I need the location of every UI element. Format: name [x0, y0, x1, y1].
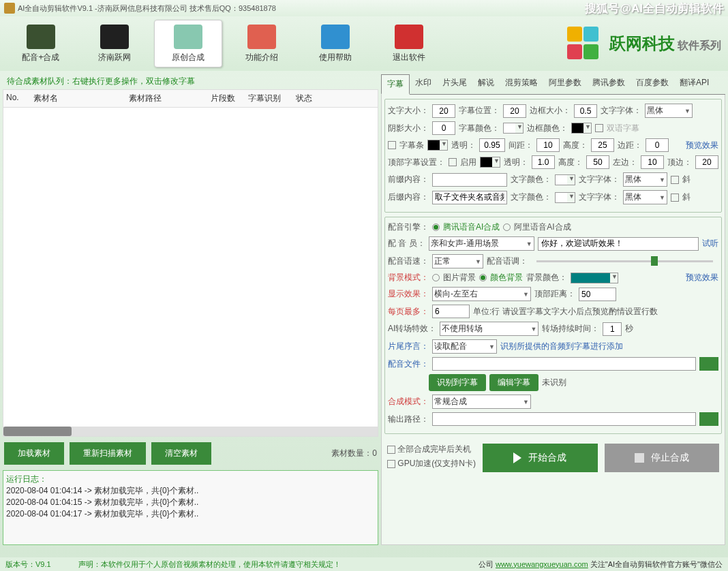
display-select[interactable]: 横向-左至右▼ [432, 287, 531, 301]
bg-color-radio[interactable] [479, 274, 487, 281]
margin-input[interactable] [646, 138, 669, 152]
mode-select[interactable]: 常规合成▼ [432, 395, 531, 409]
prefix-font-select[interactable]: 黑体▼ [623, 172, 667, 187]
recognize-subtitle-button[interactable]: 识别到字幕 [429, 374, 486, 391]
prefix-italic-checkbox[interactable] [671, 176, 679, 184]
load-material-button[interactable]: 加载素材 [4, 442, 64, 465]
bg-image-radio[interactable] [432, 274, 440, 281]
brand-text: 跃网科技软件系列 [609, 33, 721, 55]
tab-片头尾[interactable]: 片头尾 [437, 74, 472, 94]
voice-text-input[interactable] [538, 237, 699, 251]
edit-subtitle-button[interactable]: 编辑字幕 [489, 374, 539, 391]
col-status: 状态 [296, 93, 337, 104]
list-header-hint: 待合成素材队列：右键执行更多操作，双击修改字幕 [3, 74, 378, 89]
toolbar-icon [247, 25, 276, 49]
tab-腾讯参数[interactable]: 腾讯参数 [587, 74, 631, 94]
border-color-picker[interactable]: ▼ [571, 123, 592, 134]
window-title: AI全自动剪辑软件V9.1 -济南跃网信息科技有限公司 技术售后QQ：93548… [18, 3, 276, 14]
suffix-input[interactable] [432, 191, 507, 204]
opacity-input[interactable] [479, 138, 505, 152]
toolbar-icon [174, 25, 202, 49]
tab-解说[interactable]: 解说 [472, 74, 500, 94]
suffix-font-select[interactable]: 黑体▼ [623, 190, 667, 204]
gap-input[interactable] [536, 138, 560, 152]
bg-color-picker[interactable]: ▼ [571, 273, 618, 283]
top-height-input[interactable] [586, 155, 609, 169]
shadow-input[interactable] [432, 121, 455, 135]
gpu-checkbox[interactable] [387, 460, 395, 468]
stop-icon [635, 453, 644, 463]
company-url-link[interactable]: www.yuewangxueyuan.com [496, 560, 588, 568]
col-seg: 片段数 [211, 93, 248, 104]
top-dist-input[interactable] [579, 288, 616, 301]
subtitle-pos-input[interactable] [503, 104, 526, 118]
title-right: 搜狐号@AI全自动剪辑软件 [585, 1, 724, 16]
tone-slider[interactable] [536, 260, 713, 262]
col-rec: 字幕识别 [248, 93, 296, 104]
version-label: 版本号：V9.1 [5, 559, 51, 570]
tab-翻译API[interactable]: 翻译API [674, 74, 714, 94]
prefix-color-picker[interactable]: ▼ [555, 174, 575, 185]
engine-tencent-radio[interactable] [432, 223, 440, 231]
tab-百度参数[interactable]: 百度参数 [631, 74, 674, 94]
toolbar-icon [100, 25, 129, 49]
top-color-picker[interactable]: ▼ [480, 157, 500, 168]
tab-字幕[interactable]: 字幕 [381, 74, 410, 95]
trans-duration-input[interactable] [603, 322, 622, 336]
audio-file-input[interactable] [432, 357, 696, 371]
subtitle-color-picker[interactable]: ▼ [503, 123, 524, 134]
tab-混剪策略[interactable]: 混剪策略 [500, 74, 543, 94]
prefix-input[interactable] [432, 173, 507, 187]
top-opacity-input[interactable] [532, 155, 555, 169]
shutdown-checkbox[interactable] [387, 446, 395, 454]
rescan-material-button[interactable]: 重新扫描素材 [70, 442, 146, 465]
play-icon [513, 452, 521, 463]
output-path-input[interactable] [432, 412, 696, 426]
font-select[interactable]: 黑体▼ [645, 104, 693, 118]
material-count: 素材数量：0 [331, 448, 377, 459]
toolbar-退出软件[interactable]: 退出软件 [375, 20, 443, 67]
speed-select[interactable]: 正常▼ [432, 254, 483, 268]
app-icon [4, 3, 15, 14]
enable-top-checkbox[interactable] [449, 158, 457, 166]
toolbar-原创合成[interactable]: 原创合成 [154, 20, 222, 67]
top-left-input[interactable] [641, 155, 664, 169]
border-size-input[interactable] [574, 104, 597, 118]
tail-select[interactable]: 读取配音▼ [432, 339, 497, 354]
log-line: 2020-08-04 01:04:17 -> 素材加载完毕，共{0}个素材.. [6, 508, 375, 520]
toolbar-icon [321, 25, 350, 49]
log-line: 2020-08-04 01:04:15 -> 素材加载完毕，共{0}个素材.. [6, 497, 375, 508]
voice-select[interactable]: 亲和女声-通用场景▼ [429, 236, 534, 251]
suffix-color-picker[interactable]: ▼ [555, 192, 575, 203]
engine-ali-radio[interactable] [503, 223, 511, 231]
stop-compose-button[interactable]: 停止合成 [605, 444, 720, 472]
font-size-input[interactable] [432, 104, 455, 118]
bilingual-checkbox[interactable] [595, 124, 603, 132]
brand-logo [567, 27, 601, 61]
preview-link[interactable]: 预览效果 [686, 140, 718, 151]
toolbar-使用帮助[interactable]: 使用帮助 [301, 20, 369, 67]
top-top-input[interactable] [695, 155, 718, 169]
hscrollbar[interactable] [3, 427, 378, 436]
subtitle-bar-checkbox[interactable] [388, 141, 396, 149]
transition-select[interactable]: 不使用转场▼ [440, 322, 539, 336]
toolbar-功能介绍[interactable]: 功能介绍 [228, 20, 296, 67]
suffix-italic-checkbox[interactable] [671, 194, 679, 202]
toolbar-icon [395, 25, 423, 49]
browse-output-button[interactable] [699, 412, 718, 426]
browse-audio-button[interactable] [699, 357, 718, 371]
material-list[interactable] [3, 108, 378, 437]
bar-color-picker[interactable]: ▼ [427, 140, 448, 151]
max-lines-input[interactable] [432, 305, 470, 318]
preview-effect-link[interactable]: 预览效果 [686, 272, 718, 283]
tab-阿里参数[interactable]: 阿里参数 [543, 74, 587, 94]
listen-link[interactable]: 试听 [702, 238, 718, 249]
start-compose-button[interactable]: 开始合成 [483, 444, 598, 472]
toolbar-济南跃网[interactable]: 济南跃网 [80, 20, 149, 67]
tab-水印[interactable]: 水印 [410, 74, 437, 94]
height-input[interactable] [591, 138, 614, 152]
toolbar-配音+合成[interactable]: 配音+合成 [7, 20, 75, 67]
notice-label: 声明：本软件仅用于个人原创音视频素材的处理，使用本软件请遵守相关规定！ [78, 559, 341, 570]
clear-material-button[interactable]: 清空素材 [151, 442, 211, 465]
log-line: 2020-08-04 01:04:14 -> 素材加载完毕，共{0}个素材.. [6, 485, 375, 497]
